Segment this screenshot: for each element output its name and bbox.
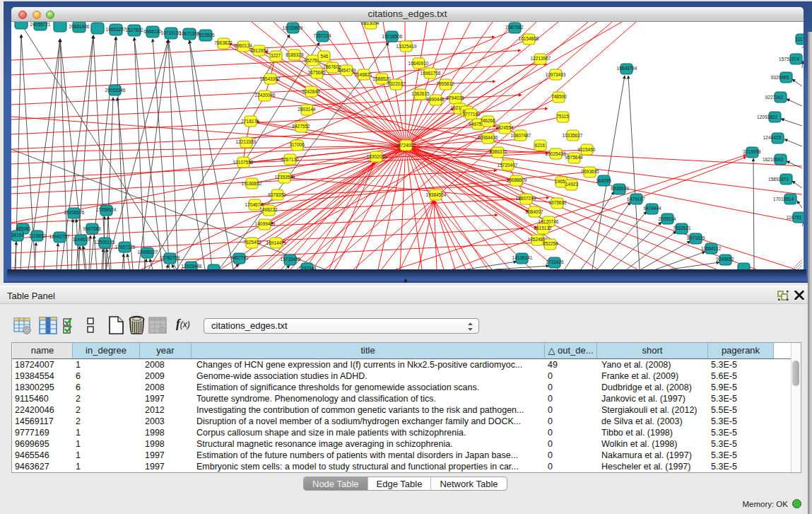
svg-text:2935114: 2935114 [659,216,676,221]
svg-text:9245652: 9245652 [716,257,734,262]
svg-text:6794028: 6794028 [446,95,464,100]
svg-text:116753: 116753 [787,215,802,220]
svg-text:7386372: 7386372 [489,149,507,154]
svg-text:7955812: 7955812 [436,81,454,86]
svg-text:8186328: 8186328 [286,52,304,57]
svg-text:7632621: 7632621 [673,226,691,230]
svg-text:17957225: 17957225 [115,245,136,250]
svg-text:9474444: 9474444 [643,206,661,211]
svg-text:14099489: 14099489 [255,221,276,226]
svg-text:3215958: 3215958 [743,149,761,154]
svg-text:17046746: 17046746 [245,202,266,207]
svg-text:16782759: 16782759 [160,255,180,260]
svg-text:16961758: 16961758 [420,71,441,76]
svg-text:3227: 3227 [271,53,281,58]
svg-text:12505135: 12505135 [95,240,115,245]
svg-text:6216: 6216 [535,143,546,148]
svg-text:20691406: 20691406 [69,24,90,29]
svg-text:20206576: 20206576 [64,210,85,215]
svg-text:6479197: 6479197 [627,197,645,201]
svg-text:9997588: 9997588 [83,226,101,231]
svg-text:16154808: 16154808 [519,36,539,41]
svg-text:16914479: 16914479 [266,240,287,245]
svg-text:10335627: 10335627 [563,133,583,138]
svg-text:16210643: 16210643 [763,157,783,162]
svg-text:12353594: 12353594 [275,175,295,180]
svg-text:8938923: 8938923 [611,186,629,191]
svg-text:10107553: 10107553 [233,160,254,165]
svg-text:9960124: 9960124 [234,43,252,48]
svg-text:15751074: 15751074 [779,57,799,62]
svg-text:1975692: 1975692 [548,200,567,205]
svg-text:20053346: 20053346 [105,88,126,93]
svg-text:6466160: 6466160 [143,29,162,34]
svg-text:9146821: 9146821 [354,72,372,77]
svg-text:546: 546 [321,54,329,59]
svg-text:20364436: 20364436 [478,135,498,140]
svg-text:16033809: 16033809 [283,25,303,30]
svg-text:8427552: 8427552 [292,124,310,129]
svg-text:7663822: 7663822 [214,40,233,45]
svg-text:24055721: 24055721 [30,22,51,27]
svg-text:12213369: 12213369 [236,139,257,144]
svg-text:12923448: 12923448 [182,264,202,269]
svg-text:16543392: 16543392 [260,76,281,81]
svg-text:22420046: 22420046 [255,93,276,98]
svg-text:14136141: 14136141 [512,255,533,260]
svg-text:1733426: 1733426 [546,259,564,264]
svg-text:17016514: 17016514 [773,197,794,201]
svg-text:19166852: 19166852 [242,181,262,186]
svg-text:1498222: 1498222 [259,207,278,212]
svg-text:16648784: 16648784 [617,66,637,71]
svg-text:1362615: 1362615 [411,91,430,96]
svg-text:746266: 746266 [480,118,495,123]
svg-text:9242848: 9242848 [302,89,320,94]
svg-text:8813054: 8813054 [361,22,379,25]
svg-text:12093822: 12093822 [757,115,777,119]
svg-text:8471626: 8471626 [687,235,705,240]
svg-text:1588520: 1588520 [372,76,391,81]
svg-text:1527602: 1527602 [125,28,143,33]
svg-text:9457791: 9457791 [230,255,249,260]
svg-text:3267130: 3267130 [281,157,299,162]
svg-text:10654112: 10654112 [701,246,722,251]
svg-text:2718176: 2718176 [241,119,259,124]
svg-text:3675685: 3675685 [307,70,326,75]
svg-text:8454749: 8454749 [338,68,356,73]
svg-text:10719155: 10719155 [161,30,182,35]
svg-text:10958107: 10958107 [138,250,158,255]
svg-text:2087682: 2087682 [505,25,524,30]
svg-text:252254: 252254 [543,241,558,246]
svg-text:3824554: 3824554 [495,125,514,130]
svg-text:1144519: 1144519 [73,237,90,242]
svg-text:39154: 39154 [11,233,24,238]
svg-text:0693695: 0693695 [581,169,599,174]
svg-text:7515526: 7515526 [196,33,215,37]
svg-text:748500: 748500 [551,94,567,99]
svg-text:1292344: 1292344 [298,266,317,269]
svg-text:18724007: 18724007 [396,143,416,148]
svg-text:7357224: 7357224 [313,33,331,38]
svg-text:8990448: 8990448 [426,97,445,102]
svg-text:17359924: 17359924 [96,207,117,212]
svg-text:9575644: 9575644 [565,155,583,160]
svg-text:8322037: 8322037 [387,81,406,86]
svg-text:1244415: 1244415 [763,135,782,140]
svg-text:15892971: 15892971 [768,177,789,182]
svg-text:8378352: 8378352 [268,192,286,197]
svg-text:19384554: 19384554 [426,192,447,197]
svg-text:317006: 317006 [289,142,305,147]
svg-text:1117: 1117 [796,37,804,42]
svg-text:10807487: 10807487 [511,133,531,138]
svg-text:10853257: 10853257 [106,27,126,32]
svg-text:75115: 75115 [556,114,569,119]
svg-text:15716485: 15716485 [281,257,301,262]
svg-text:9329965: 9329965 [771,75,789,80]
svg-text:2803144: 2803144 [298,107,316,112]
svg-text:1615132: 1615132 [534,226,552,230]
svg-text:3084007: 3084007 [525,209,543,214]
svg-text:18302095: 18302095 [367,154,387,159]
svg-text:13325419: 13325419 [396,44,417,49]
svg-text:7625402: 7625402 [243,240,261,245]
svg-text:12213967: 12213967 [531,56,551,61]
